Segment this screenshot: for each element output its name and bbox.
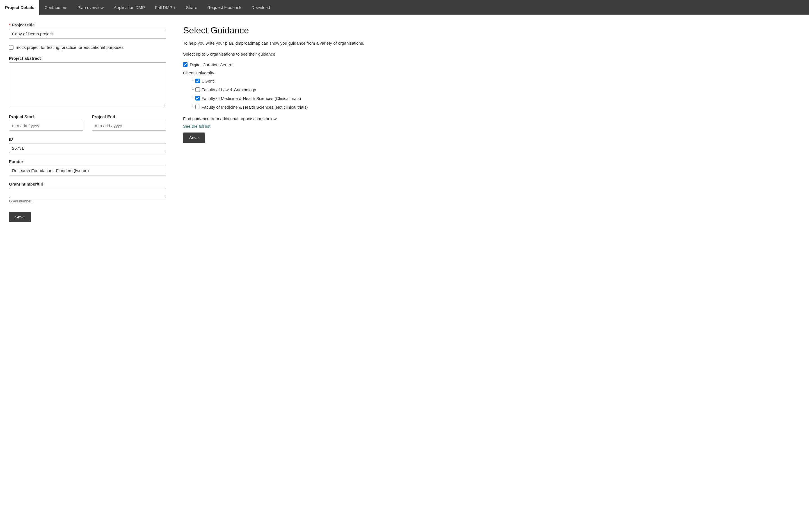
project-end-input[interactable] (92, 121, 166, 131)
grant-group: Grant number/url Grant number: (9, 182, 166, 203)
id-input[interactable] (9, 143, 166, 153)
grant-hint: Grant number: (9, 199, 166, 203)
ugent-label[interactable]: UGent (202, 78, 213, 84)
dcc-label[interactable]: Digital Curation Centre (190, 62, 233, 68)
tab-share[interactable]: Share (181, 0, 202, 15)
med-nonclinical-checkbox[interactable] (195, 105, 200, 109)
project-title-group: *Project title (9, 22, 166, 39)
tree-child-law: └ Faculty of Law & Criminology (191, 87, 800, 93)
med-nonclinical-label[interactable]: Faculty of Medicine & Health Sciences (N… (202, 104, 308, 110)
project-abstract-input[interactable] (9, 62, 166, 107)
project-abstract-group: Project abstract (9, 56, 166, 108)
see-full-list-link[interactable]: See the full list (183, 124, 210, 128)
funder-label: Funder (9, 159, 166, 164)
find-guidance-text: Find guidance from additional organisati… (183, 116, 800, 122)
tree-child-ugent: └ UGent (191, 78, 800, 84)
id-label: ID (9, 137, 166, 141)
elbow-icon: └ (191, 79, 194, 83)
funder-group: Funder (9, 159, 166, 175)
project-abstract-label: Project abstract (9, 56, 166, 61)
law-label[interactable]: Faculty of Law & Criminology (202, 87, 256, 93)
tab-plan-overview[interactable]: Plan overview (72, 0, 109, 15)
ghent-group-label: Ghent University (183, 70, 800, 75)
tree-child-med-nonclinical: └ Faculty of Medicine & Health Sciences … (191, 104, 800, 110)
right-panel: Select Guidance To help you write your p… (183, 22, 800, 222)
grant-label: Grant number/url (9, 182, 166, 186)
tab-application-dmp[interactable]: Application DMP (109, 0, 150, 15)
med-clinical-checkbox[interactable] (195, 96, 200, 101)
tab-contributors[interactable]: Contributors (39, 0, 72, 15)
main-content: *Project title mock project for testing,… (0, 15, 809, 233)
tree-group-ghent: Ghent University └ UGent └ Faculty of La… (183, 70, 800, 110)
dcc-checkbox[interactable] (183, 62, 188, 67)
form-save-button[interactable]: Save (9, 212, 31, 222)
elbow-icon: └ (191, 96, 194, 100)
required-star: * (9, 22, 11, 27)
tab-full-dmp[interactable]: Full DMP + (150, 0, 181, 15)
funder-input[interactable] (9, 166, 166, 175)
project-title-label: *Project title (9, 22, 166, 27)
guidance-title: Select Guidance (183, 25, 800, 36)
project-title-input[interactable] (9, 29, 166, 39)
project-end-label: Project End (92, 114, 166, 119)
guidance-save-button[interactable]: Save (183, 133, 205, 143)
tab-download[interactable]: Download (246, 0, 275, 15)
tree-child-med-clinical: └ Faculty of Medicine & Health Sciences … (191, 96, 800, 101)
project-start-input[interactable] (9, 121, 83, 131)
left-panel: *Project title mock project for testing,… (9, 22, 166, 222)
id-group: ID (9, 137, 166, 153)
ghent-children: └ UGent └ Faculty of Law & Criminology └ (191, 78, 800, 110)
project-start-group: Project Start (9, 114, 83, 131)
mock-project-checkbox[interactable] (9, 45, 14, 50)
tab-project-details[interactable]: Project Details (0, 0, 39, 15)
med-clinical-label[interactable]: Faculty of Medicine & Health Sciences (C… (202, 96, 301, 101)
tree-item-dcc: Digital Curation Centre (183, 62, 800, 68)
law-checkbox[interactable] (195, 87, 200, 92)
date-row: Project Start Project End (9, 114, 166, 131)
guidance-select-text: Select up to 6 organisations to see thei… (183, 51, 800, 57)
guidance-tree: Digital Curation Centre Ghent University… (183, 62, 800, 110)
grant-input[interactable] (9, 188, 166, 198)
ugent-checkbox[interactable] (195, 79, 200, 83)
guidance-desc: To help you write your plan, dmproadmap … (183, 40, 800, 47)
project-end-group: Project End (92, 114, 166, 131)
navbar: Project Details Contributors Plan overvi… (0, 0, 809, 15)
mock-checkbox-row: mock project for testing, practice, or e… (9, 45, 166, 50)
project-start-label: Project Start (9, 114, 83, 119)
mock-checkbox-label[interactable]: mock project for testing, practice, or e… (16, 45, 123, 50)
tab-request-feedback[interactable]: Request feedback (202, 0, 246, 15)
elbow-icon: └ (191, 87, 194, 91)
elbow-icon: └ (191, 105, 194, 109)
